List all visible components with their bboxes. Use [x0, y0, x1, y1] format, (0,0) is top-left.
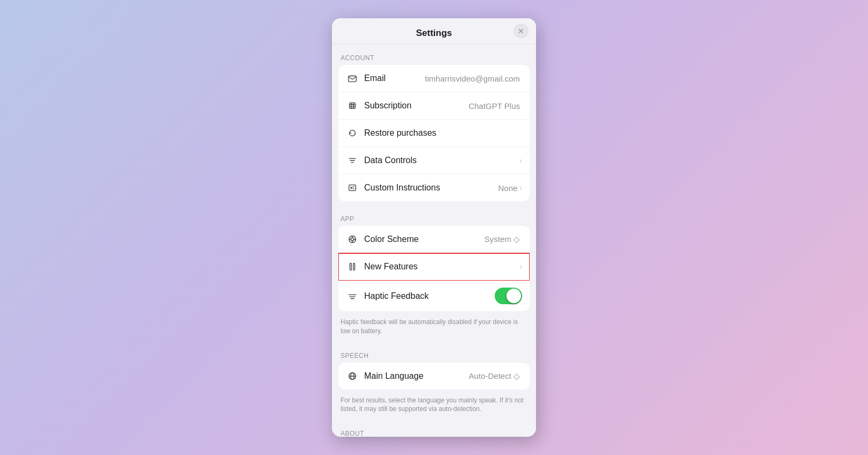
color-scheme-value: System ◇ [484, 234, 520, 244]
new-features-label: New Features [364, 262, 519, 271]
settings-modal: Settings ✕ ACCOUNT [332, 18, 536, 437]
close-icon: ✕ [518, 27, 524, 35]
restore-label: Restore purchases [364, 128, 522, 138]
about-section-label: ABOUT [332, 420, 536, 437]
custom-instructions-icon [346, 181, 359, 194]
svg-rect-18 [353, 263, 355, 270]
app-group: Color Scheme System ◇ New Features › [338, 226, 530, 311]
main-language-row[interactable]: Main Language Auto-Detect ◇ [338, 363, 530, 390]
speech-group: Main Language Auto-Detect ◇ [338, 363, 530, 390]
haptic-helper-text: Haptic feedback will be automatically di… [332, 315, 536, 342]
data-controls-row[interactable]: Data Controls › [338, 147, 530, 174]
speech-section-label: SPEECH [332, 342, 536, 363]
toggle-knob [507, 289, 521, 303]
main-language-label: Main Language [364, 371, 469, 381]
subscription-label: Subscription [364, 101, 468, 111]
app-section-label: APP [332, 206, 536, 226]
haptic-feedback-label: Haptic Feedback [364, 291, 495, 301]
modal-container: Settings ✕ ACCOUNT [332, 18, 536, 437]
restore-purchases-row[interactable]: Restore purchases [338, 120, 530, 147]
modal-header: Settings ✕ [332, 18, 536, 45]
modal-title: Settings [416, 28, 452, 39]
speech-section: SPEECH Main Language Auto-Detect ◇ [332, 342, 536, 421]
about-section: ABOUT ? Help Center [332, 420, 536, 437]
haptic-feedback-icon [346, 290, 359, 303]
svg-rect-0 [349, 76, 356, 82]
close-button[interactable]: ✕ [513, 24, 529, 39]
new-features-icon [346, 260, 359, 273]
color-scheme-icon [346, 233, 359, 246]
new-features-row[interactable]: New Features › [338, 253, 530, 281]
email-row[interactable]: Email timharrisvideo@gmail.com [338, 65, 530, 92]
app-section: APP Color [332, 206, 536, 342]
data-controls-chevron: › [519, 156, 522, 165]
custom-instructions-chevron: › [519, 184, 522, 192]
svg-rect-1 [350, 103, 356, 109]
color-scheme-row[interactable]: Color Scheme System ◇ [338, 226, 530, 253]
haptic-feedback-row[interactable]: Haptic Feedback [338, 281, 530, 311]
email-icon [346, 72, 359, 85]
svg-point-10 [351, 187, 352, 189]
custom-instructions-label: Custom Instructions [364, 183, 498, 193]
account-section-label: ACCOUNT [332, 45, 536, 65]
email-value: timharrisvideo@gmail.com [425, 74, 520, 83]
main-language-icon [346, 370, 359, 383]
subscription-value: ChatGPT Plus [468, 101, 520, 111]
main-language-value: Auto-Detect ◇ [469, 371, 520, 381]
email-label: Email [364, 74, 425, 83]
haptic-feedback-toggle[interactable] [495, 288, 522, 304]
new-features-chevron: › [519, 262, 522, 271]
custom-instructions-row[interactable]: Custom Instructions None › [338, 174, 530, 201]
svg-rect-17 [350, 263, 352, 270]
subscription-row[interactable]: Subscription ChatGPT Plus [338, 92, 530, 120]
subscription-icon [346, 99, 359, 112]
language-helper-text: For best results, select the language yo… [332, 394, 536, 421]
modal-body: ACCOUNT Email timharrisvideo@gmail.com [332, 45, 536, 437]
color-scheme-label: Color Scheme [364, 234, 484, 244]
data-controls-icon [346, 154, 359, 167]
account-group: Email timharrisvideo@gmail.com [338, 65, 530, 201]
account-section: ACCOUNT Email timharrisvideo@gmail.com [332, 45, 536, 201]
custom-instructions-value: None [498, 184, 517, 193]
data-controls-label: Data Controls [364, 156, 519, 165]
svg-point-12 [351, 238, 353, 240]
restore-icon [346, 127, 359, 140]
